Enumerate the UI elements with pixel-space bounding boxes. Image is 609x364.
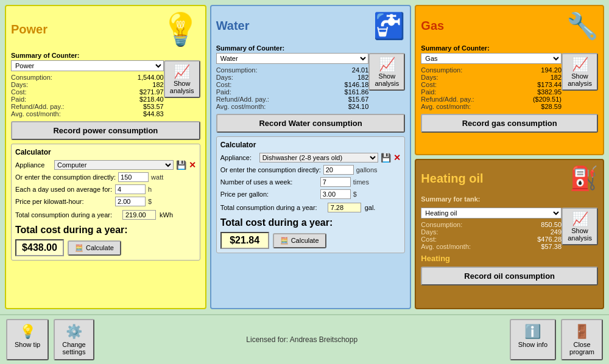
oil-title: Heating oil: [421, 172, 483, 186]
license-text: Licensed for: Andreas Breitschopp: [246, 335, 357, 344]
power-show-analysis-button[interactable]: 📈 Showanalysis: [164, 60, 200, 98]
power-appliance-select[interactable]: Computer: [54, 160, 174, 170]
water-uses-label: Number of uses a week:: [220, 178, 318, 186]
water-chart-icon: 📈: [379, 57, 395, 72]
power-price-label: Price per kilowatt-hour:: [15, 198, 113, 205]
power-calculate-button[interactable]: 🧮 Calculate: [68, 240, 121, 256]
water-counter-select[interactable]: Water: [216, 53, 369, 64]
tip-icon: 💡: [19, 324, 36, 340]
water-appliance-select[interactable]: Dishwasher (2-8 years old): [259, 153, 379, 163]
power-total-year-unit: kWh: [160, 211, 173, 219]
power-chart-icon: 📈: [174, 64, 190, 80]
power-direct-input[interactable]: [118, 172, 149, 182]
bulb-icon: 💡: [161, 11, 200, 48]
oil-show-analysis-button[interactable]: 📈 Showanalysis: [561, 208, 598, 245]
water-total-cost-value: $21.84: [220, 232, 269, 249]
gas-stats-table: Consumption:194.20 Days:182 Cost:$173.44…: [421, 66, 561, 110]
power-total-cost-value: $438.00: [15, 239, 64, 256]
power-appliance-label: Appliance: [15, 161, 52, 169]
oil-record-button[interactable]: Record oil consumption: [421, 267, 598, 285]
water-record-button[interactable]: Record Water consumption: [216, 114, 406, 133]
oil-show-analysis-label: Showanalysis: [568, 227, 592, 242]
settings-icon: ⚙️: [66, 324, 82, 340]
water-calculate-button[interactable]: 🧮 Calculate: [273, 233, 326, 248]
power-panel: Power 💡 Summary of Counter: Power Consum…: [5, 5, 206, 309]
gas-icon: 🔧: [566, 11, 598, 41]
gas-panel: Gas 🔧 Summary of Counter: Gas: [415, 5, 604, 155]
water-panel: Water 🚰 Summary of Counter: Water Consum…: [210, 5, 412, 309]
water-total-cost-label: Total cost during a year:: [220, 217, 401, 228]
bottom-bar: 💡 Show tip ⚙️ Changesettings Licensed fo…: [0, 314, 609, 364]
oil-counter-select[interactable]: Heating oil: [421, 208, 561, 219]
show-info-label: Show info: [518, 341, 547, 348]
bottom-right: ℹ️ Show info 🚪 Closeprogram: [510, 319, 603, 360]
close-label: Closeprogram: [569, 341, 594, 355]
power-total-cost-label: Total cost during a year:: [15, 225, 196, 236]
gas-show-analysis-label: Showanalysis: [568, 72, 592, 87]
gas-title: Gas: [421, 19, 444, 33]
power-calc-icon: 🧮: [75, 244, 83, 252]
power-direct-unit: watt: [151, 173, 163, 181]
water-direct-label: Or enter the consumption directly:: [220, 166, 321, 173]
info-icon: ℹ️: [524, 324, 541, 340]
water-direct-input[interactable]: [323, 165, 354, 175]
close-icon: 🚪: [574, 324, 590, 340]
water-total-year-label: Total consumption during a year:: [220, 204, 324, 211]
oil-stats-table: Consumption:850.50 Days:249 Cost:$476.28…: [421, 221, 561, 250]
close-program-button[interactable]: 🚪 Closeprogram: [561, 319, 603, 360]
power-title: Power: [11, 23, 48, 37]
power-counter-select[interactable]: Power: [11, 60, 164, 71]
water-price-input[interactable]: [320, 189, 351, 199]
oil-panel: Heating oil ⛽ Summary for tank: Heating …: [415, 159, 604, 309]
water-title: Water: [216, 19, 250, 33]
water-delete-icon[interactable]: ✕: [393, 153, 401, 163]
water-price-unit: $: [353, 191, 357, 198]
gas-show-analysis-button[interactable]: 📈 Showanalysis: [561, 53, 598, 91]
show-tip-label: Show tip: [15, 341, 40, 348]
water-save-icon[interactable]: 💾: [381, 153, 391, 163]
water-uses-input[interactable]: [320, 177, 351, 187]
power-save-icon[interactable]: 💾: [176, 160, 186, 170]
water-total-year-value: 7.28: [328, 203, 361, 212]
bottom-left: 💡 Show tip ⚙️ Changesettings: [6, 319, 94, 360]
power-calculator: Calculator Appliance Computer 💾 ✕ Or ent…: [11, 144, 200, 261]
power-calculate-label: Calculate: [86, 244, 114, 251]
water-stats-table: Consumption:24.01 Days:182 Cost:$146.18 …: [216, 66, 369, 110]
power-day-input[interactable]: [115, 184, 146, 194]
power-delete-icon[interactable]: ✕: [189, 160, 196, 170]
change-settings-button[interactable]: ⚙️ Changesettings: [54, 319, 94, 360]
change-settings-label: Changesettings: [62, 341, 86, 355]
power-calc-title: Calculator: [15, 148, 196, 156]
power-stats-table: Consumption:1,544.00 Days:182 Cost:$271.…: [11, 74, 164, 117]
power-day-unit: h: [148, 186, 152, 193]
power-record-button[interactable]: Record power consumption: [11, 121, 200, 140]
water-show-analysis-button[interactable]: 📈 Showanalysis: [368, 53, 405, 91]
heating-label: Heating: [421, 254, 598, 263]
water-uses-unit: times: [353, 178, 369, 186]
oil-icon: ⛽: [569, 165, 598, 192]
water-calc-title: Calculator: [220, 141, 401, 149]
water-icon: 🚰: [373, 11, 405, 41]
water-calculator: Calculator Appliance: Dishwasher (2-8 ye…: [216, 136, 406, 253]
gas-counter-select[interactable]: Gas: [421, 53, 561, 64]
power-price-unit: $: [148, 198, 152, 205]
right-column: Gas 🔧 Summary of Counter: Gas: [415, 5, 604, 309]
power-day-label: Each a day used on average for:: [15, 186, 113, 193]
power-total-year-label: Total consumption during a year:: [15, 211, 119, 219]
gas-record-button[interactable]: Record gas consumption: [421, 114, 598, 133]
water-summary-label: Summary of Counter:: [216, 44, 406, 52]
oil-chart-icon: 📈: [572, 211, 588, 227]
power-price-input[interactable]: [115, 197, 146, 206]
water-direct-unit: gallons: [356, 166, 378, 173]
gas-summary-label: Summary of Counter:: [421, 44, 598, 52]
power-show-analysis-label: Showanalysis: [170, 80, 194, 94]
show-tip-button[interactable]: 💡 Show tip: [6, 319, 49, 360]
water-price-label: Price per gallon:: [220, 191, 318, 198]
power-summary-label: Summary of Counter:: [11, 52, 200, 59]
power-total-year-value: 219.00: [122, 210, 156, 220]
water-calculate-label: Calculate: [291, 237, 319, 244]
water-total-year-unit: gal.: [365, 204, 376, 211]
water-appliance-label: Appliance:: [220, 154, 257, 161]
water-show-analysis-label: Showanalysis: [375, 72, 399, 87]
show-info-button[interactable]: ℹ️ Show info: [510, 319, 556, 360]
